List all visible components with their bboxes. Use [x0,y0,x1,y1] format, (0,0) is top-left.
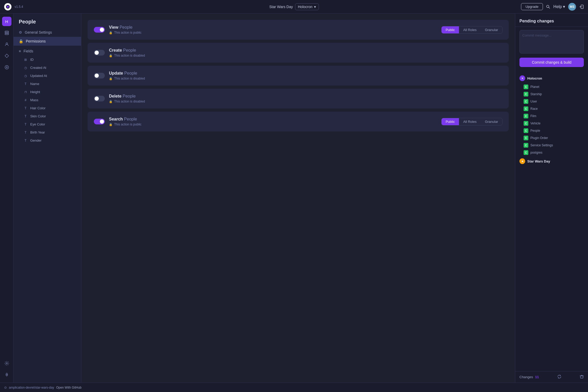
app-logo[interactable] [4,3,11,10]
bottom-bar: ⊙ amplication-devrel/star-wars-day Open … [0,383,588,392]
field-label-mass: Mass [30,98,38,102]
field-item-id[interactable]: ⊞ ID [14,56,81,64]
view-perm-status: 🔒 This action is public [109,31,437,34]
list-item: C Service Settings [522,142,584,149]
search-access-granular[interactable]: Granular [481,118,502,125]
search-access-control: Public All Roles Granular [441,118,503,125]
workspace-selector[interactable]: Holocron ▾ [295,3,319,10]
list-item: C Planet [522,83,584,91]
sidebar-item-users[interactable] [2,40,11,49]
commit-message-area[interactable]: Commit message... [519,30,584,53]
search-perm-title: Search People [109,117,437,122]
pending-changes-title: Pending changes [515,14,588,27]
field-item-height[interactable]: ⊓ Height [14,88,81,96]
sidebar-title: People [14,14,81,28]
change-badge-people: C [524,128,528,133]
field-item-created-at[interactable]: ◷ Created At [14,64,81,72]
field-item-gender[interactable]: T Gender [14,136,81,144]
field-label-skin-color: Skin Color [30,114,46,118]
lock-status-icon-delete: 🔒 [109,100,113,103]
view-access-public[interactable]: Public [442,26,459,33]
changes-delete-button[interactable] [580,375,584,379]
field-item-birth-year[interactable]: T Birth Year [14,128,81,136]
change-badge-race: C [524,106,528,111]
changes-sync-button[interactable] [557,375,561,379]
update-perm-status: 🔒 This action is disabled [109,77,503,80]
help-button[interactable]: Help ▾ [553,4,565,9]
top-nav: v1.5.4 Star Wars Day Holocron ▾ Upgrade … [0,0,588,14]
changes-label: Changes [519,375,533,379]
list-item: C Starship [522,91,584,98]
diamond-icon [4,53,9,58]
search-access-public[interactable]: Public [442,118,459,125]
change-label-vehicle: Vehicle [530,122,541,125]
search-access-all-roles[interactable]: All Roles [459,118,481,125]
sidebar-item-settings[interactable] [2,359,11,368]
delete-toggle[interactable] [94,96,105,101]
svg-rect-6 [5,34,9,35]
clock-icon-2: ◷ [23,74,28,78]
svg-point-9 [6,67,7,68]
fields-section: ≡ Fields ⊞ ID ◷ Created At ◷ Updated At … [14,47,81,144]
topnav-right: Upgrade Help ▾ MS [521,3,584,11]
gear-icon [4,361,9,366]
permission-card-search: Search People 🔒 This action is public Pu… [88,112,509,131]
open-github-link[interactable]: Open With GitHub [56,386,81,389]
list-item: C People [522,127,584,134]
change-label-film: Film [530,114,536,118]
view-access-granular[interactable]: Granular [481,26,502,33]
change-badge-service-settings: C [524,143,528,148]
field-item-skin-color[interactable]: T Skin Color [14,112,81,120]
fields-header[interactable]: ≡ Fields [14,47,81,56]
sidebar-item-github[interactable] [2,63,11,72]
workspace-star-wars-day[interactable]: ★ Star Wars Day [519,156,584,166]
sidebar-item-permissions[interactable]: 🔒 Permissions [14,37,81,46]
field-item-eye-color[interactable]: T Eye Color [14,120,81,128]
workspace-name: Holocron [298,5,313,9]
view-access-all-roles[interactable]: All Roles [459,26,481,33]
create-toggle[interactable] [94,50,105,56]
view-perm-title: View People [109,25,437,30]
sidebar-item-home[interactable]: H [2,17,11,26]
sidebar-item-rocket[interactable] [2,370,11,379]
field-item-name[interactable]: T Name [14,80,81,88]
change-badge-vehicle: C [524,121,528,126]
avatar[interactable]: MS [568,3,576,11]
change-badge-user: C [524,99,528,104]
field-item-updated-at[interactable]: ◷ Updated At [14,72,81,80]
general-settings-label: General Settings [25,30,52,34]
search-button[interactable] [546,5,550,9]
field-item-mass[interactable]: # Mass [14,96,81,104]
change-badge-planet: C [524,85,528,89]
sync-icon [557,375,561,379]
field-item-hair-color[interactable]: T Hair Color [14,104,81,112]
changes-section: ✕ Holocron C Planet C Starship C User C [515,71,588,168]
sidebar-item-general-settings[interactable]: ⚙ General Settings [14,28,81,37]
workspace-holocron[interactable]: ✕ Holocron [519,73,584,83]
search-icon [546,5,550,9]
settings-icon: ⚙ [19,30,22,34]
sidebar-item-database[interactable] [2,28,11,38]
search-toggle[interactable] [94,119,105,124]
topnav-center: Star Wars Day Holocron ▾ [269,3,319,10]
commit-build-button[interactable]: Commit changes & build [519,58,584,67]
commit-message-placeholder: Commit message... [522,33,552,37]
list-icon: ≡ [19,49,21,53]
sidebar-item-diamond[interactable] [2,51,11,61]
list-item: C Film [522,112,584,120]
upgrade-button[interactable]: Upgrade [521,3,543,10]
permission-card-create: Create People 🔒 This action is disabled [88,43,509,63]
holocron-changes-list: C Planet C Starship C User C Race C Fi [522,83,584,156]
help-chevron-icon: ▾ [563,4,565,9]
logout-button[interactable] [579,4,584,9]
svg-point-10 [6,363,7,364]
view-toggle[interactable] [94,27,105,33]
update-perm-title: Update People [109,71,503,76]
changes-footer: Changes 11 [515,371,588,383]
update-toggle[interactable] [94,73,105,79]
lock-status-icon-view: 🔒 [109,31,113,34]
change-label-planet: Planet [530,85,539,89]
text-icon-skin: T [23,114,28,118]
github-icon [4,65,9,70]
svg-point-8 [5,65,9,69]
